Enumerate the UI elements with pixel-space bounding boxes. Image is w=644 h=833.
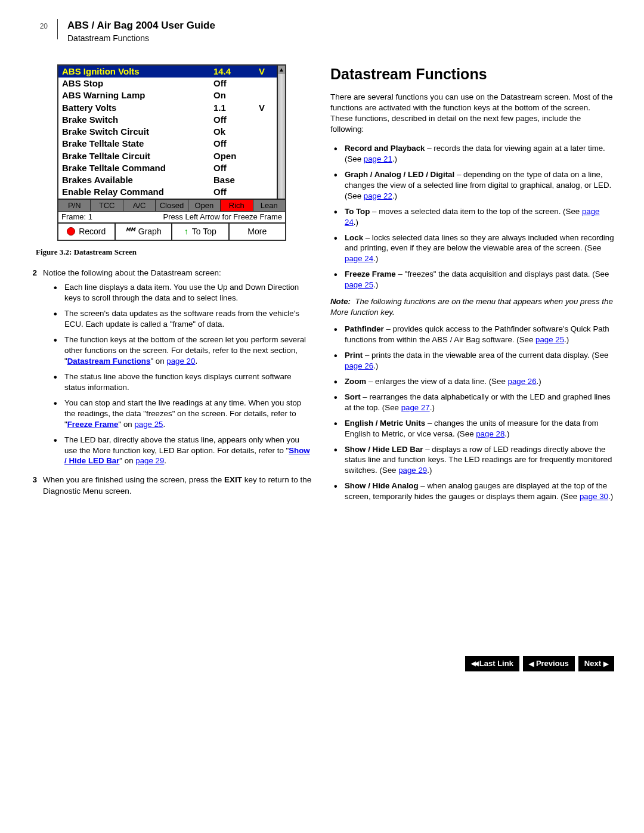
bullet-item: The LED bar, directly above the status l… <box>54 435 314 467</box>
header-divider <box>57 19 58 39</box>
link[interactable]: Datastream Functions <box>67 357 151 366</box>
data-row[interactable]: Brake Switch CircuitOk <box>58 126 277 138</box>
function-item: Show / Hide LED Bar – displays a row of … <box>334 444 614 476</box>
data-unit <box>259 138 273 150</box>
data-value: Off <box>213 186 259 198</box>
bullet-item: Each line displays a data item. You use … <box>54 282 314 304</box>
page-link[interactable]: page 21 <box>364 154 392 163</box>
page-link[interactable]: page 27 <box>401 403 430 412</box>
graph-button[interactable]: ᴹᴹGraph <box>116 224 173 240</box>
previous-button[interactable]: Previous <box>523 656 575 671</box>
function-item: Pathfinder – provides quick access to th… <box>334 324 614 345</box>
next-button[interactable]: Next <box>578 656 614 671</box>
data-row[interactable]: Brake Telltale CircuitOpen <box>58 150 277 162</box>
data-label: Brake Switch Circuit <box>62 126 213 138</box>
page-link[interactable]: page 30 <box>580 492 608 501</box>
bullet-item: You can stop and start the live readings… <box>54 398 314 430</box>
data-label: Brake Telltale Command <box>62 162 213 174</box>
page-link[interactable]: page 24 <box>345 207 599 227</box>
data-row[interactable]: ABS StopOff <box>58 78 277 89</box>
function-item: English / Metric Units – changes the uni… <box>334 418 614 439</box>
last-link-button[interactable]: Last Link <box>465 656 519 671</box>
data-label: Brake Telltale State <box>62 138 213 150</box>
data-label: Battery Volts <box>62 102 213 114</box>
datastream-screen-figure: ABS Ignition Volts14.4VABS StopOffABS Wa… <box>57 64 286 241</box>
data-unit <box>259 114 273 126</box>
data-row[interactable]: Enable Relay CommandOff <box>58 186 277 198</box>
data-row[interactable]: Brake SwitchOff <box>58 114 277 126</box>
led-cell: Rich <box>221 200 253 212</box>
function-item: Show / Hide Analog – when analog gauges … <box>334 481 614 502</box>
data-value: 14.4 <box>213 66 259 78</box>
doc-title: ABS / Air Bag 2004 User Guide <box>67 19 215 33</box>
data-value: 1.1 <box>213 102 259 114</box>
figure-caption: Figure 3.2: Datastream Screen <box>36 247 314 258</box>
page-link[interactable]: page 26 <box>345 361 373 370</box>
led-cell: Open <box>188 200 221 212</box>
bullet-item: The status line above the function keys … <box>54 371 314 393</box>
data-row[interactable]: Battery Volts1.1V <box>58 102 277 114</box>
data-unit <box>259 78 273 89</box>
link[interactable]: Show / Hide LED Bar <box>64 446 310 466</box>
link[interactable]: Freeze Frame <box>67 420 119 429</box>
record-button[interactable]: Record <box>58 224 116 240</box>
section-intro: There are several functions you can use … <box>330 92 614 135</box>
data-row[interactable]: ABS Ignition Volts14.4V <box>58 66 277 78</box>
data-row[interactable]: Brake Telltale CommandOff <box>58 162 277 174</box>
function-item: Sort – rearranges the data alphabeticall… <box>334 392 614 413</box>
function-item: To Top – moves a selected data item to t… <box>334 206 614 228</box>
record-icon <box>67 227 75 236</box>
function-item: Freeze Frame – "freezes" the data acquis… <box>334 269 614 290</box>
step-3: 3 When you are finished using the screen… <box>30 475 314 496</box>
data-unit <box>259 126 273 138</box>
data-value: Off <box>213 78 259 89</box>
data-row[interactable]: Brake Telltale StateOff <box>58 138 277 150</box>
step-2: 2 Notice the following about the Datastr… <box>30 268 314 471</box>
bullet-item: The function keys at the bottom of the s… <box>54 335 314 367</box>
status-line: Frame: 1 Press Left Arrow for Freeze Fra… <box>58 211 285 222</box>
data-unit <box>259 89 273 101</box>
data-value: Ok <box>213 126 259 138</box>
data-value: On <box>213 89 259 101</box>
data-row[interactable]: Brakes AvailableBase <box>58 174 277 186</box>
led-cell: A/C <box>123 200 156 212</box>
data-label: ABS Ignition Volts <box>62 66 213 78</box>
note: Note: The following functions are on the… <box>330 296 614 318</box>
page-link[interactable]: page 29 <box>135 456 164 465</box>
function-item: Graph / Analog / LED / Digital – dependi… <box>334 169 614 202</box>
scroll-up-icon[interactable]: ▲ <box>278 66 285 74</box>
step-number: 2 <box>30 268 37 471</box>
totop-button[interactable]: ↑To Top <box>172 224 230 240</box>
function-item: Print – prints the data in the viewable … <box>334 350 614 371</box>
page-link[interactable]: page 20 <box>166 357 195 366</box>
data-unit: V <box>259 102 273 114</box>
data-unit <box>259 162 273 174</box>
data-label: Brakes Available <box>62 174 213 186</box>
led-cell: Lean <box>253 200 285 212</box>
data-label: Enable Relay Command <box>62 186 213 198</box>
page-link[interactable]: page 29 <box>398 466 427 475</box>
status-left: Frame: 1 <box>61 212 92 222</box>
data-label: Brake Telltale Circuit <box>62 150 213 162</box>
scrollbar[interactable]: ▲ <box>277 66 285 199</box>
page-link[interactable]: page 25 <box>345 280 373 289</box>
function-item: Zoom – enlarges the view of a data line.… <box>334 376 614 387</box>
function-key-row: Record ᴹᴹGraph ↑To Top More <box>58 222 285 240</box>
data-unit <box>259 174 273 186</box>
page-link[interactable]: page 26 <box>507 377 536 386</box>
data-label: Brake Switch <box>62 114 213 126</box>
more-button[interactable]: More <box>230 224 286 240</box>
page-link[interactable]: page 25 <box>535 335 564 344</box>
data-row[interactable]: ABS Warning LampOn <box>58 89 277 101</box>
status-right: Press Left Arrow for Freeze Frame <box>163 212 282 222</box>
page-link[interactable]: page 22 <box>364 191 392 200</box>
page-link[interactable]: page 25 <box>134 420 163 429</box>
bullet-item: The screen's data updates as the softwar… <box>54 308 314 330</box>
data-value: Off <box>213 162 259 174</box>
function-item: Record and Playback – records the data f… <box>334 143 614 165</box>
page-link[interactable]: page 28 <box>476 429 504 438</box>
page-link[interactable]: page 24 <box>345 254 373 263</box>
data-label: ABS Stop <box>62 78 213 89</box>
data-unit <box>259 150 273 162</box>
led-cell: Closed <box>156 200 188 212</box>
